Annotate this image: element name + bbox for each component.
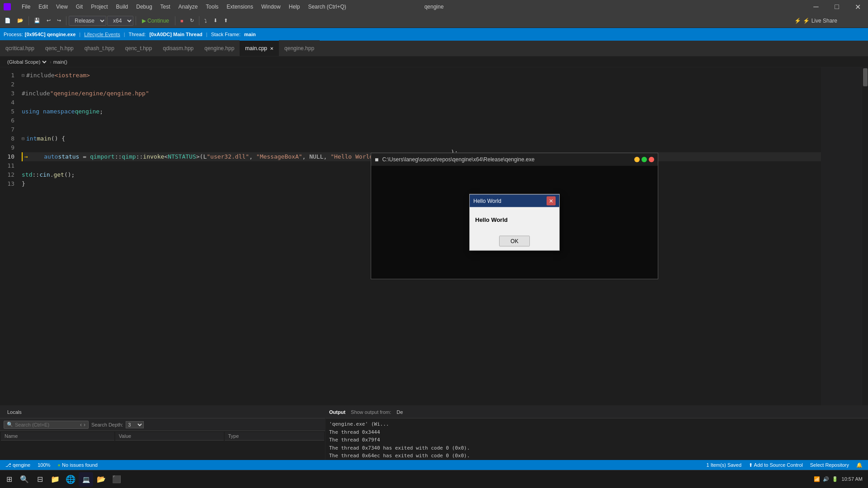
dialog-title-text: Hello World [473, 198, 501, 204]
tab-qdisasm[interactable]: qdisasm.hpp [157, 40, 199, 56]
menu-debug[interactable]: Debug [132, 3, 156, 11]
explorer-icon[interactable]: 📁 [48, 472, 62, 487]
menu-edit[interactable]: Edit [35, 3, 52, 11]
menu-help[interactable]: Help [285, 3, 304, 11]
cmd-window-controls [634, 157, 654, 162]
depth-selector[interactable]: 3 [126, 421, 144, 428]
dialog-title-bar[interactable]: Hello World ✕ [470, 195, 559, 207]
menu-build[interactable]: Build [113, 3, 132, 11]
redo-button[interactable]: ↪ [54, 16, 64, 25]
stack-value[interactable]: main [244, 32, 256, 37]
menu-tools[interactable]: Tools [202, 3, 222, 11]
menu-test[interactable]: Test [157, 3, 174, 11]
tab-qenc_t[interactable]: qenc_t.hpp [120, 40, 157, 56]
task-view[interactable]: ⊟ [33, 472, 47, 487]
output-show-source[interactable]: De [396, 409, 403, 415]
add-source-control[interactable]: ⬆ Add to Source Control [747, 462, 805, 468]
lifecycle-events[interactable]: Lifecycle Events [84, 32, 120, 37]
battery-icon: 🔋 [832, 476, 838, 482]
col-name: Name [1, 432, 114, 441]
hello-world-dialog: Hello World ✕ Hello World OK [469, 194, 560, 251]
cmd-taskbar[interactable]: ⬛ [109, 472, 124, 487]
menu-view[interactable]: View [52, 3, 71, 11]
debug-sep-1: | [79, 32, 80, 37]
line-num-12: 12 [0, 170, 14, 179]
output-line-1: 'qengine.exe' (Wi... [329, 420, 864, 428]
dialog-ok-button[interactable]: OK [499, 236, 529, 247]
editor-scrollbar[interactable] [862, 67, 868, 405]
process-value[interactable]: [0x954C] qengine.exe [25, 32, 76, 37]
toolbar-sep-4 [175, 16, 175, 25]
menu-git[interactable]: Git [72, 3, 86, 11]
step-out-button[interactable]: ⬆ [221, 16, 231, 25]
clock-display[interactable]: 10:57 AM [842, 476, 863, 483]
notification-icon[interactable]: 🔔 [854, 462, 864, 468]
undo-button[interactable]: ↩ [44, 16, 53, 25]
locals-search-input[interactable] [15, 422, 78, 427]
search-nav-right[interactable]: › [84, 422, 85, 428]
menu-analyze[interactable]: Analyze [175, 3, 202, 11]
platform-dropdown[interactable]: x64 [107, 16, 133, 26]
continue-button[interactable]: ▶ Continue [138, 16, 173, 25]
output-line-5: The thread 0x64ec has exited with code 0… [329, 452, 864, 460]
scope-selector[interactable]: (Global Scope) [5, 59, 48, 65]
code-line-9 [22, 143, 821, 152]
step-into-button[interactable]: ⬇ [211, 16, 220, 25]
search-nav-left[interactable]: ‹ [80, 422, 82, 428]
save-button[interactable]: 💾 [31, 16, 43, 25]
menu-search[interactable]: Search (Ctrl+Q) [304, 3, 349, 11]
liveshare-button[interactable]: ⚡ ⚡ Live Share [791, 16, 841, 25]
panel-tab-locals[interactable]: Locals [4, 408, 25, 416]
vscode-taskbar-icon[interactable]: 💻 [79, 472, 93, 487]
app-icon [4, 3, 11, 10]
minimap [821, 67, 862, 405]
output-show-label: Show output from: [351, 409, 391, 415]
taskbar: ⊞ 🔍 ⊟ 📁 🌐 💻 📂 ⬛ 📶 🔊 🔋 10:57 AM [0, 470, 868, 488]
tab-qenc_h[interactable]: qenc_h.hpp [40, 40, 79, 56]
edge-icon[interactable]: 🌐 [63, 472, 78, 487]
tab-qengine2[interactable]: qengine.hpp [199, 40, 240, 56]
step-over-button[interactable]: ⤵ [202, 17, 210, 25]
menu-window[interactable]: Window [258, 3, 284, 11]
add-source-label: Add to Source Control [754, 462, 803, 468]
restart-button[interactable]: ↻ [187, 16, 197, 25]
tab-close-icon[interactable]: ✕ [270, 46, 274, 51]
liveshare-label: ⚡ Live Share [803, 18, 837, 24]
menu-file[interactable]: File [18, 3, 34, 11]
cmd-app-icon: ■ [375, 156, 378, 163]
tab-label: qenc_t.hpp [125, 45, 152, 52]
editor-tabs: qcritical.hpp qenc_h.hpp qhash_t.hpp qen… [0, 41, 868, 56]
select-repository-button[interactable]: Select Repository [808, 462, 851, 468]
branch-name: qengine [13, 462, 30, 468]
cmd-close[interactable] [649, 157, 654, 162]
menu-project[interactable]: Project [87, 3, 111, 11]
thread-value[interactable]: [0xA0DC] Main Thread [149, 32, 202, 37]
line-num-7: 7 [0, 125, 14, 134]
close-button[interactable]: ✕ [847, 0, 868, 14]
function-selector[interactable]: main() [53, 59, 67, 65]
dialog-close-button[interactable]: ✕ [547, 197, 556, 206]
tab-main-cpp[interactable]: main.cpp ✕ [240, 40, 279, 56]
open-file-button[interactable]: 📂 [14, 16, 26, 25]
tab-qhash_t[interactable]: qhash_t.hpp [79, 40, 120, 56]
stop-button[interactable]: ■ [178, 17, 186, 25]
minimize-button[interactable]: ─ [806, 0, 826, 14]
cmd-maximize[interactable] [642, 157, 647, 162]
tab-qcritical[interactable]: qcritical.hpp [0, 40, 40, 56]
cmd-minimize[interactable] [634, 157, 640, 162]
file-explorer-taskbar[interactable]: 📂 [94, 472, 108, 487]
configuration-dropdown[interactable]: Release [69, 16, 106, 26]
zoom-level[interactable]: 100% [36, 462, 52, 468]
start-button[interactable]: ⊞ [2, 472, 16, 487]
debug-sep-2: | [124, 32, 125, 37]
cmd-titlebar[interactable]: ■ C:\Users\laneg\source\repos\qengine\x6… [371, 153, 658, 166]
issues-indicator[interactable]: ● No issues found [56, 462, 99, 468]
process-info: Process: [0x954C] qengine.exe [4, 32, 75, 37]
items-saved[interactable]: 1 Item(s) Saved [704, 462, 743, 468]
tab-qengine3[interactable]: qengine.hpp [279, 40, 320, 56]
new-file-button[interactable]: 📄 [2, 16, 14, 25]
search-taskbar[interactable]: 🔍 [17, 472, 32, 487]
menu-extensions[interactable]: Extensions [223, 3, 257, 11]
maximize-button[interactable]: □ [826, 0, 847, 14]
branch-indicator[interactable]: ⎇ qengine [4, 462, 32, 468]
